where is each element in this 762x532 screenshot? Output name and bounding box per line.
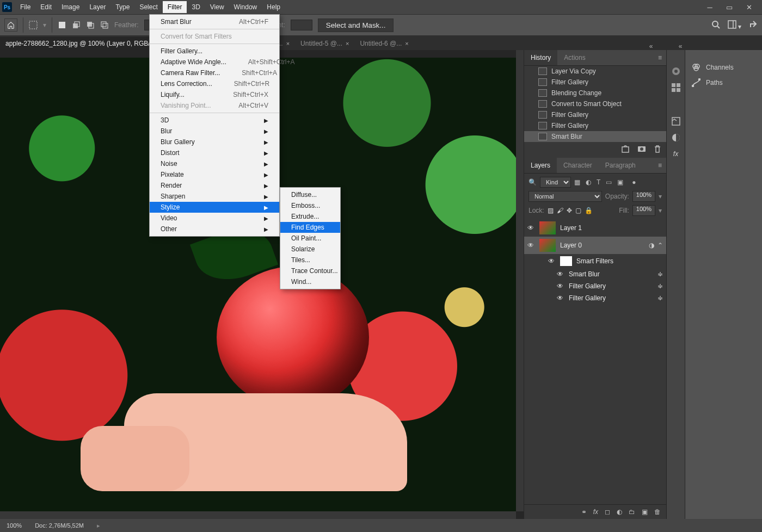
history-step[interactable]: Filter Gallery bbox=[524, 120, 666, 131]
history-camera-button[interactable] bbox=[638, 145, 646, 154]
expand-icon[interactable]: ⌃ bbox=[657, 242, 663, 249]
menu-item-render[interactable]: Render▶ bbox=[150, 180, 279, 191]
filter-blending-icon[interactable]: ≑ bbox=[657, 270, 663, 278]
height-input[interactable] bbox=[291, 20, 312, 30]
lock-image-icon[interactable]: 🖌 bbox=[557, 207, 563, 214]
filter-type-icon[interactable]: T bbox=[597, 178, 600, 186]
history-panel-menu[interactable]: ≡ bbox=[654, 50, 666, 65]
menu-edit[interactable]: Edit bbox=[35, 1, 57, 13]
visibility-toggle[interactable]: 👁 bbox=[557, 294, 564, 302]
tab-actions[interactable]: Actions bbox=[557, 50, 592, 65]
selection-add-icon[interactable] bbox=[72, 21, 81, 29]
adjustments-icon[interactable] bbox=[671, 133, 681, 143]
smart-filter-item[interactable]: 👁Smart Blur≑ bbox=[524, 268, 666, 280]
styles-icon[interactable]: fx bbox=[671, 149, 681, 159]
filter-toggle[interactable]: ● bbox=[632, 178, 636, 186]
new-layer-button[interactable]: ▣ bbox=[642, 508, 648, 516]
blend-mode-select[interactable]: Normal bbox=[529, 191, 602, 202]
select-and-mask-button[interactable]: Select and Mask... bbox=[318, 18, 394, 32]
panels-collapse-icon[interactable]: « bbox=[646, 42, 656, 50]
history-step[interactable]: Smart Blur bbox=[524, 131, 666, 142]
layer-mask-button[interactable]: ◻ bbox=[605, 508, 610, 516]
layer-row[interactable]: 👁Layer 1 bbox=[524, 219, 666, 237]
canvas-scrollbar-vertical[interactable] bbox=[516, 50, 524, 511]
lock-all-icon[interactable]: 🔒 bbox=[585, 207, 593, 214]
smart-filter-item[interactable]: 👁Filter Gallery≑ bbox=[524, 292, 666, 304]
menu-item-blur[interactable]: Blur▶ bbox=[150, 126, 279, 137]
status-zoom[interactable]: 100% bbox=[7, 522, 22, 529]
tab-layers[interactable]: Layers bbox=[524, 158, 557, 173]
visibility-toggle[interactable]: 👁 bbox=[527, 242, 535, 249]
status-doc-size[interactable]: Doc: 2,76M/5,52M bbox=[35, 522, 84, 529]
history-step[interactable]: Layer Via Copy bbox=[524, 66, 666, 77]
tab-close-icon[interactable]: × bbox=[346, 40, 349, 47]
filter-blending-icon[interactable]: ≑ bbox=[657, 282, 663, 290]
menu-item-convert-smart-filters[interactable]: Convert for Smart Filters bbox=[150, 31, 279, 42]
visibility-toggle[interactable]: 👁 bbox=[527, 224, 535, 232]
lock-transparency-icon[interactable]: ▨ bbox=[548, 207, 554, 214]
submenu-item[interactable]: Solarize bbox=[280, 244, 340, 255]
swatches-panel-icon[interactable] bbox=[671, 83, 681, 92]
menu-item-3d[interactable]: 3D▶ bbox=[150, 115, 279, 126]
tab-character[interactable]: Character bbox=[557, 158, 599, 173]
layer-thumbnail[interactable] bbox=[539, 221, 556, 234]
history-delete-button[interactable] bbox=[654, 145, 661, 154]
home-button[interactable] bbox=[4, 18, 17, 32]
menu-window[interactable]: Window bbox=[229, 1, 262, 13]
canvas-scrollbar-horizontal[interactable] bbox=[0, 511, 516, 519]
window-close-button[interactable]: ✕ bbox=[746, 4, 752, 10]
menu-item-blur-gallery[interactable]: Blur Gallery▶ bbox=[150, 137, 279, 147]
visibility-toggle[interactable]: 👁 bbox=[557, 282, 564, 290]
layer-name[interactable]: Layer 0 bbox=[560, 242, 582, 249]
fill-value[interactable]: 100% bbox=[632, 205, 655, 216]
layer-filter-kind[interactable]: Kind bbox=[540, 177, 571, 188]
menu-item[interactable]: Adaptive Wide Angle...Alt+Shift+Ctrl+A bbox=[150, 57, 279, 67]
tab-paragraph[interactable]: Paragraph bbox=[599, 158, 642, 173]
menu-type[interactable]: Type bbox=[110, 1, 134, 13]
history-step[interactable]: Filter Gallery bbox=[524, 109, 666, 120]
tab-close-icon[interactable]: × bbox=[405, 40, 408, 47]
layer-style-button[interactable]: fx bbox=[593, 508, 598, 516]
adjustment-layer-button[interactable]: ◐ bbox=[617, 508, 622, 516]
menu-item[interactable]: Camera Raw Filter...Shift+Ctrl+A bbox=[150, 67, 279, 78]
menu-filter[interactable]: Filter bbox=[163, 1, 187, 13]
filter-smart-icon[interactable]: ▣ bbox=[617, 178, 623, 186]
layers-panel-menu[interactable]: ≡ bbox=[654, 158, 666, 173]
menu-layer[interactable]: Layer bbox=[84, 1, 110, 13]
window-minimize-button[interactable]: ─ bbox=[706, 4, 713, 10]
delete-layer-button[interactable]: 🗑 bbox=[654, 508, 661, 516]
selection-intersect-icon[interactable] bbox=[100, 21, 109, 29]
layer-name[interactable]: Layer 1 bbox=[560, 224, 582, 232]
tab-history[interactable]: History bbox=[524, 50, 557, 65]
rail-item-paths[interactable]: Paths bbox=[685, 75, 762, 90]
submenu-item[interactable]: Diffuse... bbox=[280, 189, 340, 200]
menu-item-last-filter[interactable]: Smart Blur Alt+Ctrl+F bbox=[150, 16, 279, 27]
selection-new-icon[interactable] bbox=[58, 21, 66, 29]
document-tab[interactable]: Untitled-5 @...× bbox=[295, 37, 354, 50]
menu-item-sharpen[interactable]: Sharpen▶ bbox=[150, 191, 279, 202]
rail-item-channels[interactable]: Channels bbox=[685, 60, 762, 75]
menu-image[interactable]: Image bbox=[57, 1, 84, 13]
submenu-item[interactable]: Emboss... bbox=[280, 200, 340, 211]
submenu-item[interactable]: Oil Paint... bbox=[280, 233, 340, 244]
menu-item-other[interactable]: Other▶ bbox=[150, 224, 279, 234]
menu-item[interactable]: Vanishing Point...Alt+Ctrl+V bbox=[150, 100, 279, 111]
submenu-item[interactable]: Find Edges bbox=[280, 222, 340, 233]
menu-file[interactable]: File bbox=[15, 1, 35, 13]
menu-item-distort[interactable]: Distort▶ bbox=[150, 147, 279, 158]
history-step[interactable]: Filter Gallery bbox=[524, 77, 666, 88]
panels-collapse-icon-2[interactable]: « bbox=[675, 42, 686, 50]
share-icon[interactable] bbox=[749, 20, 758, 30]
search-icon[interactable] bbox=[711, 20, 720, 30]
visibility-toggle[interactable]: 👁 bbox=[548, 257, 556, 265]
selection-subtract-icon[interactable] bbox=[86, 21, 95, 29]
document-tab[interactable]: Untitled-6 @...× bbox=[354, 37, 414, 50]
layer-thumbnail[interactable] bbox=[539, 239, 556, 252]
opacity-value[interactable]: 100% bbox=[632, 191, 655, 202]
submenu-item[interactable]: Extrude... bbox=[280, 211, 340, 222]
submenu-item[interactable]: Trace Contour... bbox=[280, 265, 340, 276]
history-snapshot-button[interactable] bbox=[622, 145, 629, 154]
history-step[interactable]: Blending Change bbox=[524, 88, 666, 98]
libraries-icon[interactable] bbox=[671, 116, 681, 126]
menu-3d[interactable]: 3D bbox=[187, 1, 205, 13]
